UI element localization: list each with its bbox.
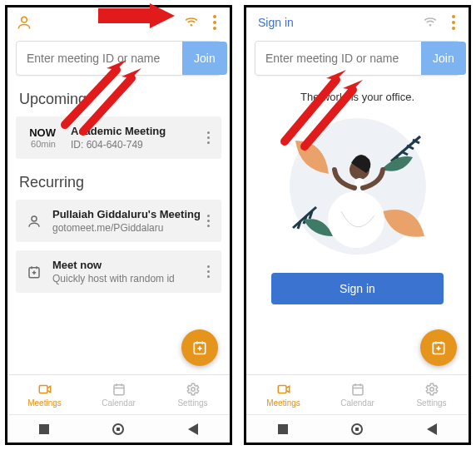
phone-left: Join Upcoming NOW 60min Academic Meeting… [5, 5, 232, 445]
tab-settings[interactable]: Settings [394, 375, 469, 414]
menu-kebab[interactable] [208, 15, 221, 30]
svg-point-8 [429, 24, 432, 27]
meeting-id-input[interactable] [17, 52, 182, 65]
now-label: NOW [22, 126, 56, 139]
recurring-title: Meet now [52, 259, 201, 271]
now-duration: 60min [22, 139, 56, 149]
svg-point-0 [22, 17, 27, 22]
item-menu-icon[interactable] [201, 131, 215, 144]
topbar: Sign in [246, 7, 469, 37]
tab-label: Meetings [266, 398, 300, 408]
svg-point-2 [32, 216, 37, 221]
svg-point-1 [191, 24, 193, 27]
back-key[interactable] [188, 423, 198, 435]
fab-new-meeting[interactable] [420, 329, 457, 366]
join-button[interactable]: Join [182, 42, 227, 75]
bottom-tabbar: Meetings Calendar Settings [246, 374, 469, 414]
menu-kebab[interactable] [447, 15, 460, 30]
tab-calendar[interactable]: Calendar [82, 375, 156, 414]
recent-apps-key[interactable] [39, 424, 49, 434]
svg-point-7 [191, 388, 195, 392]
svg-point-15 [429, 388, 434, 392]
tab-label: Meetings [27, 398, 62, 408]
upcoming-item[interactable]: NOW 60min Academic Meeting ID: 604-640-7… [16, 116, 221, 159]
tab-label: Settings [177, 398, 207, 408]
recurring-sub: gotomeet.me/PGiddalaru [52, 222, 201, 234]
recurring-sub: Quickly host with random id [52, 273, 201, 284]
fab-new-meeting[interactable] [181, 329, 218, 366]
cast-icon[interactable] [422, 14, 439, 31]
meeting-id-input[interactable] [255, 52, 421, 65]
upcoming-heading: Upcoming [7, 84, 230, 116]
bottom-tabbar: Meetings Calendar Settings [7, 374, 230, 414]
svg-rect-5 [39, 386, 47, 393]
signin-button[interactable]: Sign in [271, 273, 444, 304]
meet-now-icon [22, 265, 46, 279]
hero-text: The world is your office. [300, 91, 414, 103]
topbar [7, 7, 230, 37]
svg-rect-6 [114, 385, 124, 395]
meeting-title: Academic Meeting [71, 125, 201, 137]
tab-meetings[interactable]: Meetings [246, 375, 320, 414]
tab-label: Calendar [102, 398, 136, 408]
svg-rect-14 [353, 385, 363, 395]
item-menu-icon[interactable] [201, 215, 215, 227]
android-navbar [7, 414, 230, 443]
home-key[interactable] [112, 423, 124, 435]
back-key[interactable] [427, 423, 437, 435]
profile-icon[interactable] [16, 14, 32, 31]
person-icon [22, 214, 46, 229]
search-row: Join [255, 41, 460, 76]
home-key[interactable] [351, 423, 363, 435]
join-button[interactable]: Join [421, 42, 466, 75]
phone-right: Sign in Join The world is your office. [244, 5, 471, 445]
tab-label: Calendar [340, 398, 374, 408]
meeting-id: ID: 604-640-749 [71, 139, 201, 151]
recent-apps-key[interactable] [278, 424, 288, 434]
recurring-title: Pullaiah Giddaluru's Meeting [52, 208, 201, 220]
tab-label: Settings [416, 398, 446, 408]
recurring-item[interactable]: Meet now Quickly host with random id [16, 250, 221, 293]
hero-illustration [283, 111, 433, 261]
item-menu-icon[interactable] [201, 265, 215, 278]
android-navbar [246, 414, 469, 443]
cast-icon[interactable] [183, 14, 200, 31]
tab-calendar[interactable]: Calendar [320, 375, 394, 414]
tab-settings[interactable]: Settings [156, 375, 230, 414]
svg-rect-13 [278, 386, 286, 393]
tab-meetings[interactable]: Meetings [7, 375, 82, 414]
signin-link[interactable]: Sign in [255, 16, 294, 29]
recurring-heading: Recurring [7, 167, 230, 200]
recurring-item[interactable]: Pullaiah Giddaluru's Meeting gotomeet.me… [16, 200, 221, 242]
search-row: Join [16, 41, 221, 76]
